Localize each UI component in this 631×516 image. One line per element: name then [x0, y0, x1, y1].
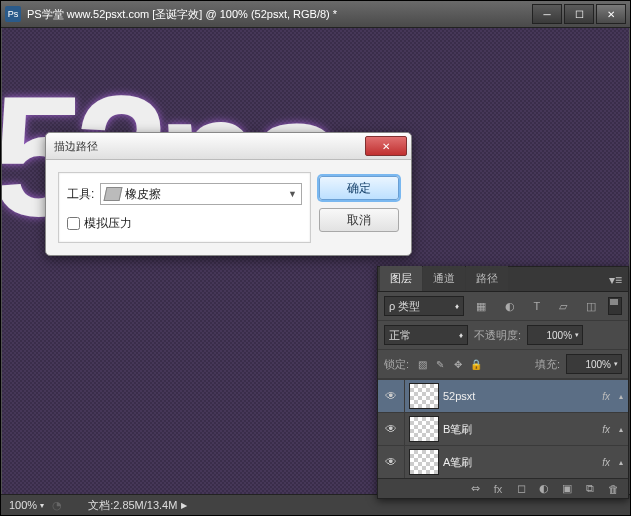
- simulate-pressure-input[interactable]: [67, 217, 80, 230]
- close-button[interactable]: ✕: [596, 4, 626, 24]
- filter-kind-select[interactable]: ρ 类型♦: [384, 296, 464, 316]
- ok-button[interactable]: 确定: [319, 176, 399, 200]
- opacity-label: 不透明度:: [474, 328, 521, 343]
- status-menu[interactable]: ▶: [181, 501, 187, 510]
- visibility-toggle[interactable]: 👁: [378, 446, 405, 478]
- blend-mode-select[interactable]: 正常♦: [384, 325, 468, 345]
- panel-menu-icon[interactable]: ▾≡: [603, 269, 628, 291]
- layer-row[interactable]: 👁 B笔刷 fx ▴: [378, 412, 628, 445]
- layer-name[interactable]: 52psxt: [443, 390, 602, 402]
- filter-type-icon[interactable]: T: [534, 300, 541, 313]
- fill-label: 填充:: [535, 357, 560, 372]
- visibility-toggle[interactable]: 👁: [378, 413, 405, 445]
- minimize-button[interactable]: ─: [532, 4, 562, 24]
- layer-name[interactable]: B笔刷: [443, 422, 602, 437]
- layer-list: 👁 52psxt fx ▴ 👁 B笔刷 fx ▴ 👁 A笔刷 fx ▴: [378, 379, 628, 478]
- tab-paths[interactable]: 路径: [466, 266, 508, 291]
- adjustment-layer-icon[interactable]: ◐: [537, 482, 551, 495]
- cancel-button[interactable]: 取消: [319, 208, 399, 232]
- layer-name[interactable]: A笔刷: [443, 455, 602, 470]
- dialog-close-button[interactable]: ✕: [365, 136, 407, 156]
- fx-expand-icon[interactable]: ▴: [614, 425, 628, 434]
- layer-thumbnail[interactable]: [409, 383, 439, 409]
- layer-row[interactable]: 👁 52psxt fx ▴: [378, 379, 628, 412]
- simulate-pressure-label: 模拟压力: [84, 215, 132, 232]
- fx-expand-icon[interactable]: ▴: [614, 392, 628, 401]
- chevron-down-icon: ▼: [288, 189, 297, 199]
- window-title: PS学堂 www.52psxt.com [圣诞字效] @ 100% (52psx…: [27, 7, 530, 22]
- app-icon: Ps: [5, 6, 21, 22]
- new-layer-icon[interactable]: ⧉: [583, 482, 597, 495]
- tab-channels[interactable]: 通道: [423, 266, 465, 291]
- lock-transparent-icon[interactable]: ▨: [415, 359, 429, 370]
- layer-style-icon[interactable]: fx: [491, 483, 505, 495]
- maximize-button[interactable]: ☐: [564, 4, 594, 24]
- fill-input[interactable]: 100%▾: [566, 354, 622, 374]
- doc-label: 文档:: [88, 499, 113, 511]
- dialog-title: 描边路径: [54, 139, 365, 154]
- layers-panel: 图层 通道 路径 ▾≡ ρ 类型♦ ▦ ◐ T ▱ ◫ 正常♦ 不透明度: 10…: [377, 266, 629, 499]
- tool-value: 橡皮擦: [125, 186, 161, 203]
- delete-layer-icon[interactable]: 🗑: [606, 483, 620, 495]
- fx-expand-icon[interactable]: ▴: [614, 458, 628, 467]
- layer-thumbnail[interactable]: [409, 416, 439, 442]
- stroke-path-dialog: 描边路径 ✕ 工具: 橡皮擦 ▼ 模拟压力 确定 取消: [45, 132, 412, 256]
- group-icon[interactable]: ▣: [560, 482, 574, 495]
- layer-row[interactable]: 👁 A笔刷 fx ▴: [378, 445, 628, 478]
- layer-thumbnail[interactable]: [409, 449, 439, 475]
- lock-position-icon[interactable]: ✥: [451, 359, 465, 370]
- tool-select[interactable]: 橡皮擦 ▼: [100, 183, 302, 205]
- tab-layers[interactable]: 图层: [380, 266, 422, 291]
- eraser-icon: [104, 187, 123, 201]
- simulate-pressure-checkbox[interactable]: 模拟压力: [67, 215, 302, 232]
- fx-badge[interactable]: fx: [602, 391, 610, 402]
- tool-label: 工具:: [67, 186, 94, 203]
- filter-shape-icon[interactable]: ▱: [559, 300, 567, 313]
- filter-adjust-icon[interactable]: ◐: [505, 300, 515, 313]
- lock-all-icon[interactable]: 🔒: [469, 359, 483, 370]
- opacity-input[interactable]: 100%▾: [527, 325, 583, 345]
- link-layers-icon[interactable]: ⇔: [468, 482, 482, 495]
- fx-badge[interactable]: fx: [602, 424, 610, 435]
- fx-badge[interactable]: fx: [602, 457, 610, 468]
- doc-size: 2.85M/13.4M: [113, 499, 177, 511]
- filter-toggle[interactable]: [608, 297, 622, 315]
- zoom-level[interactable]: 100%: [9, 499, 37, 511]
- lock-paint-icon[interactable]: ✎: [433, 359, 447, 370]
- visibility-toggle[interactable]: 👁: [378, 380, 405, 412]
- layer-mask-icon[interactable]: ◻: [514, 482, 528, 495]
- filter-pixel-icon[interactable]: ▦: [476, 300, 486, 313]
- lock-label: 锁定:: [384, 357, 409, 372]
- filter-smart-icon[interactable]: ◫: [586, 300, 596, 313]
- status-icon[interactable]: ◔: [52, 499, 62, 512]
